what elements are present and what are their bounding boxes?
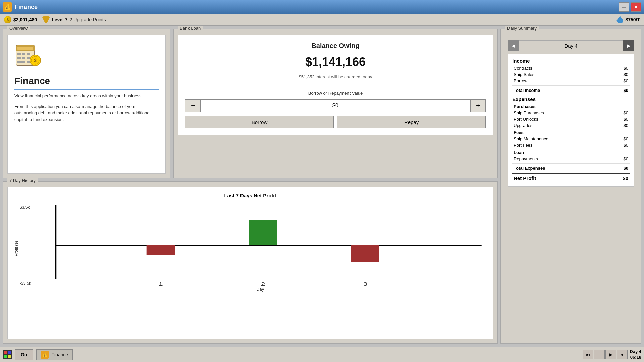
next-day-button[interactable]: ▶ (623, 40, 634, 51)
media-play-button[interactable]: ▶ (605, 350, 616, 359)
decrease-button[interactable]: − (185, 99, 201, 112)
value-input[interactable] (201, 99, 470, 112)
water-value: $750/T (625, 17, 640, 22)
balance-value: $2,001,480 (13, 17, 37, 22)
repayments-value: $0 (624, 156, 628, 161)
svg-rect-9 (17, 61, 25, 63)
close-button[interactable]: ✕ (631, 2, 641, 12)
upgrades-label: Upgrades (514, 123, 532, 128)
net-profit-row: Net Profit $0 (512, 173, 630, 182)
ship-sales-value: $0 (624, 72, 628, 77)
go-grid-icon (3, 350, 12, 359)
svg-rect-2 (17, 47, 33, 50)
media-prev-button[interactable]: ⏮ (583, 350, 593, 359)
port-unlocks-value: $0 (624, 117, 628, 122)
ship-purchases-row: Ship Purchases $0 (512, 110, 630, 115)
taskbar-time: 06:18 (630, 355, 641, 360)
taskbar: Go 💰 Finance ⏮ ⏸ ▶ ⏭ Day 4 06:18 (0, 347, 644, 362)
action-buttons: Borrow Repay (185, 116, 486, 128)
bank-loan-inner: Balance Owing $1,141,166 $51,352 interes… (178, 35, 493, 135)
upgrade-points: 2 Upgrade Points (70, 17, 106, 22)
port-unlocks-row: Port Unlocks $0 (512, 117, 630, 122)
taskbar-right: ⏮ ⏸ ▶ ⏭ Day 4 06:18 (583, 349, 641, 360)
overview-image: $ (14, 42, 159, 73)
trophy-icon (42, 16, 50, 23)
finance-app-taskbar[interactable]: 💰 Finance (36, 349, 73, 360)
port-unlocks-label: Port Unlocks (514, 117, 538, 122)
contracts-row: Contracts $0 (512, 66, 630, 71)
total-income-value: $0 (624, 88, 628, 93)
y-axis-bottom: -$3.5k (20, 281, 31, 286)
balance-owing-label: Balance Owing (311, 42, 359, 50)
water-icon (616, 16, 623, 23)
go-button[interactable]: Go (15, 349, 33, 360)
port-fees-value: $0 (624, 143, 628, 148)
title-left: 💰 Finance (3, 2, 38, 12)
total-income-label: Total Income (514, 88, 540, 93)
net-profit-label: Net Profit (514, 175, 536, 181)
repayments-row: Repayments $0 (512, 156, 630, 161)
overview-panel: Overview (3, 29, 170, 178)
chart-area: Profit ($) $3.5k -$3.5k (13, 202, 487, 296)
ship-purchases-value: $0 (624, 110, 628, 115)
window-title: Finance (15, 4, 38, 11)
daily-summary-panel: Daily Summary ◀ Day 4 ▶ Income Contracts… (500, 29, 641, 344)
expenses-header: Expenses (512, 96, 630, 102)
svg-rect-17 (249, 220, 277, 245)
purchases-header-row: Purchases (512, 104, 630, 109)
contracts-value: $0 (624, 66, 628, 71)
ship-purchases-label: Ship Purchases (514, 110, 544, 115)
history-panel: 7 Day History Last 7 Days Net Profit Pro… (3, 181, 498, 344)
upgrades-value: $0 (624, 123, 628, 128)
net-profit-value: $0 (623, 175, 628, 181)
taskbar-day-time: Day 4 06:18 (630, 349, 641, 360)
title-bar: 💰 Finance — ✕ (0, 0, 644, 14)
fees-header-row: Fees (512, 130, 630, 135)
chart-title: Last 7 Days Net Profit (13, 193, 487, 198)
prev-day-button[interactable]: ◀ (508, 40, 519, 51)
increase-button[interactable]: + (470, 99, 486, 112)
svg-rect-3 (17, 53, 21, 55)
overview-desc2: From this application you can also manag… (14, 103, 159, 123)
value-controls: − + (185, 99, 486, 112)
port-fees-row: Port Fees $0 (512, 143, 630, 148)
svg-rect-7 (22, 57, 25, 59)
total-expenses-label: Total Expenses (514, 166, 545, 171)
loan-header-row: Loan (512, 150, 630, 155)
media-controls: ⏮ ⏸ ▶ ⏭ (583, 350, 628, 359)
finance-app-label: Finance (51, 352, 68, 357)
svg-text:2: 2 (261, 281, 265, 287)
bank-loan-panel-title: Bank Loan (178, 26, 203, 31)
svg-rect-16 (147, 245, 175, 255)
borrow-value: $0 (624, 78, 628, 83)
svg-text:$: $ (34, 58, 37, 63)
svg-rect-6 (17, 57, 21, 59)
overview-title: Finance (14, 76, 159, 90)
day-label: Day 4 (519, 40, 623, 51)
chart-plot-area: 1 2 3 Day (33, 202, 487, 296)
day-navigation: ◀ Day 4 ▶ (508, 40, 634, 51)
income-header: Income (512, 58, 630, 64)
history-panel-title: 7 Day History (7, 178, 38, 183)
svg-rect-4 (22, 53, 25, 55)
title-controls: — ✕ (619, 2, 641, 12)
svg-rect-8 (27, 57, 30, 59)
media-next-button[interactable]: ⏭ (617, 350, 628, 359)
borrow-button[interactable]: Borrow (185, 116, 334, 128)
svg-rect-5 (27, 53, 30, 55)
balance-amount: $1,141,166 (305, 55, 366, 69)
chart-svg: 1 2 3 (33, 202, 487, 289)
daily-summary-panel-title: Daily Summary (505, 26, 539, 31)
svg-text:1: 1 (159, 281, 163, 287)
media-pause-button[interactable]: ⏸ (594, 350, 605, 359)
contracts-label: Contracts (514, 66, 532, 71)
repayments-label: Repayments (514, 156, 538, 161)
repay-button[interactable]: Repay (337, 116, 486, 128)
interest-note: $51,352 interest will be charged today (299, 74, 372, 79)
total-expenses-row: Total Expenses $0 (512, 166, 630, 171)
minimize-button[interactable]: — (619, 2, 629, 12)
coin-icon: $ (4, 16, 11, 23)
borrow-repay-label: Borrow or Repayment Value (308, 90, 363, 96)
finance-icon: 💰 (3, 2, 12, 12)
status-bar: $ $2,001,480 Level 7 2 Upgrade Points $7… (0, 14, 644, 26)
